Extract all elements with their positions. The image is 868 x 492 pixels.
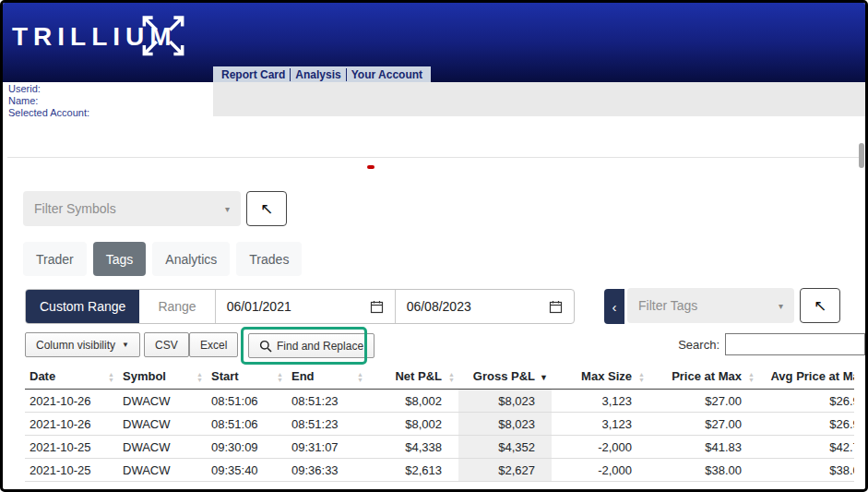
tags-popout-button[interactable]: ↖ (800, 288, 840, 323)
excel-export-button[interactable]: Excel (189, 332, 238, 357)
vertical-scrollbar-thumb[interactable] (859, 143, 864, 168)
cell-end: 09:36:33 (287, 459, 367, 482)
cell-net_pl: $8,002 (367, 413, 458, 436)
cell-symbol: DWACW (118, 436, 207, 459)
content-divider (7, 157, 859, 158)
cell-end: 08:51:23 (287, 390, 367, 413)
column-header-end[interactable]: End▲▼ (287, 366, 367, 390)
column-header-date[interactable]: Date▲▼ (25, 366, 118, 390)
range-button[interactable]: Range (139, 290, 215, 323)
table-row[interactable]: 2021-10-25DWACW09:30:0909:31:07$4,338$4,… (25, 436, 854, 459)
cell-avg_price_at_max: $42.79 (758, 436, 854, 459)
table-row[interactable]: 2021-10-26DWACW08:51:0608:51:23$8,002$8,… (25, 390, 854, 413)
tab-analytics[interactable]: Analytics (152, 242, 230, 276)
cell-max_size: -2,000 (552, 436, 648, 459)
selected-account-label: Selected Account: (8, 107, 89, 119)
tab-trades[interactable]: Trades (236, 242, 302, 276)
nav-your-account[interactable]: Your Account (346, 68, 427, 81)
search-icon (259, 340, 272, 353)
sort-icons: ▲▼ (108, 372, 114, 383)
end-date-value: 06/08/2023 (407, 299, 471, 314)
column-header-start[interactable]: Start▲▼ (207, 366, 287, 390)
column-label: Net P&L (395, 369, 442, 383)
app-window: TRILLIUM Report Card Analysis Your Accou… (0, 0, 868, 492)
dropdown-caret-icon: ▾ (225, 204, 230, 214)
column-header-symbol[interactable]: Symbol▲▼ (118, 366, 207, 390)
header-sub-bar (213, 82, 865, 116)
column-label: Gross P&L (473, 369, 535, 383)
cell-price_at_max: $27.00 (648, 390, 758, 413)
cell-price_at_max: $27.00 (648, 413, 758, 436)
filter-symbols-select[interactable]: Filter Symbols ▾ (23, 191, 241, 226)
calendar-icon[interactable] (370, 300, 384, 314)
column-header-avg_price_at_max[interactable]: Avg Price at Max▲▼ (758, 366, 854, 390)
trades-table-container: Date▲▼Symbol▲▼Start▲▼End▲▼Net P&L▲▼Gross… (25, 366, 854, 489)
cell-date: 2021-10-26 (25, 413, 118, 436)
tab-tags[interactable]: Tags (93, 242, 147, 276)
sort-icons: ▲▼ (357, 372, 363, 383)
nav-report-card[interactable]: Report Card (217, 68, 290, 81)
top-nav: Report Card Analysis Your Account (213, 66, 431, 82)
table-header-row: Date▲▼Symbol▲▼Start▲▼End▲▼Net P&L▲▼Gross… (25, 366, 854, 390)
dropdown-caret-icon: ▾ (779, 301, 783, 311)
cell-max_size: 3,123 (552, 390, 648, 413)
collapse-tags-button[interactable]: ‹ (604, 289, 624, 324)
cell-avg_price_at_max: $26.94 (758, 413, 854, 436)
filter-tags-select[interactable]: Filter Tags ▾ (627, 288, 794, 323)
table-body: 2021-10-26DWACW08:51:0608:51:23$8,002$8,… (25, 390, 854, 482)
tab-trader[interactable]: Trader (23, 242, 87, 276)
start-date-input[interactable]: 06/01/2021 (216, 290, 395, 323)
cell-date: 2021-10-25 (25, 436, 118, 459)
sort-icons: ▲▼ (277, 372, 283, 383)
trillium-logo: TRILLIUM (12, 22, 177, 52)
sort-icons: ▲▼ (448, 372, 455, 383)
cell-price_at_max: $38.00 (648, 459, 758, 482)
cell-price_at_max: $41.83 (648, 436, 758, 459)
sort-icons: ▲▼ (748, 372, 755, 383)
column-visibility-button[interactable]: Column visibility ▼ (25, 332, 140, 357)
table-row[interactable]: 2021-10-26DWACW08:51:0608:51:23$8,002$8,… (25, 413, 854, 436)
csv-export-button[interactable]: CSV (144, 332, 189, 357)
cell-start: 08:51:06 (207, 390, 287, 413)
column-header-net_pl[interactable]: Net P&L▲▼ (367, 366, 458, 390)
cell-date: 2021-10-26 (25, 390, 118, 413)
column-label: Date (30, 369, 55, 383)
start-date-value: 06/01/2021 (227, 299, 291, 314)
column-header-max_size[interactable]: Max Size▲▼ (552, 366, 648, 390)
column-label: Avg Price at Max (770, 369, 854, 383)
end-date-input[interactable]: 06/08/2023 (395, 290, 574, 323)
cell-gross_pl: $8,023 (458, 390, 552, 413)
calendar-icon[interactable] (549, 300, 563, 314)
dropdown-caret-icon: ▼ (122, 341, 129, 349)
column-label: End (291, 369, 315, 383)
nw-arrow-icon: ↖ (814, 296, 826, 316)
cell-symbol: DWACW (118, 413, 207, 436)
column-header-price_at_max[interactable]: Price at Max▲▼ (648, 366, 758, 390)
cell-avg_price_at_max: $38.00 (758, 459, 854, 482)
cell-date: 2021-10-25 (25, 459, 118, 482)
nav-analysis[interactable]: Analysis (290, 68, 345, 81)
name-label: Name: (8, 95, 89, 107)
date-range-group: Custom Range Range 06/01/2021 06/08/2023 (25, 289, 575, 324)
column-label: Max Size (581, 369, 632, 383)
userid-label: Userid: (8, 83, 89, 95)
sort-icons: ▲▼ (196, 372, 203, 383)
table-row[interactable]: 2021-10-25DWACW09:35:4009:36:33$2,613$2,… (25, 459, 854, 482)
view-tabs: Trader Tags Analytics Trades (23, 242, 302, 276)
cell-symbol: DWACW (118, 459, 207, 482)
search-input[interactable] (725, 333, 865, 355)
find-and-replace-label: Find and Replace (277, 340, 363, 353)
cell-max_size: 3,123 (552, 413, 648, 436)
custom-range-button[interactable]: Custom Range (26, 290, 139, 323)
filter-symbols-placeholder: Filter Symbols (34, 201, 116, 216)
cell-start: 09:30:09 (207, 436, 287, 459)
cell-net_pl: $8,002 (367, 390, 458, 413)
find-and-replace-button[interactable]: Find and Replace (248, 333, 375, 358)
cell-end: 09:31:07 (287, 436, 367, 459)
logo-m-wrap: M (149, 22, 176, 52)
cell-max_size: -2,000 (552, 459, 648, 482)
column-header-gross_pl[interactable]: Gross P&L▼ (458, 366, 552, 390)
cell-avg_price_at_max: $26.94 (758, 390, 854, 413)
cell-start: 09:35:40 (207, 459, 287, 482)
symbols-popout-button[interactable]: ↖ (246, 191, 287, 226)
